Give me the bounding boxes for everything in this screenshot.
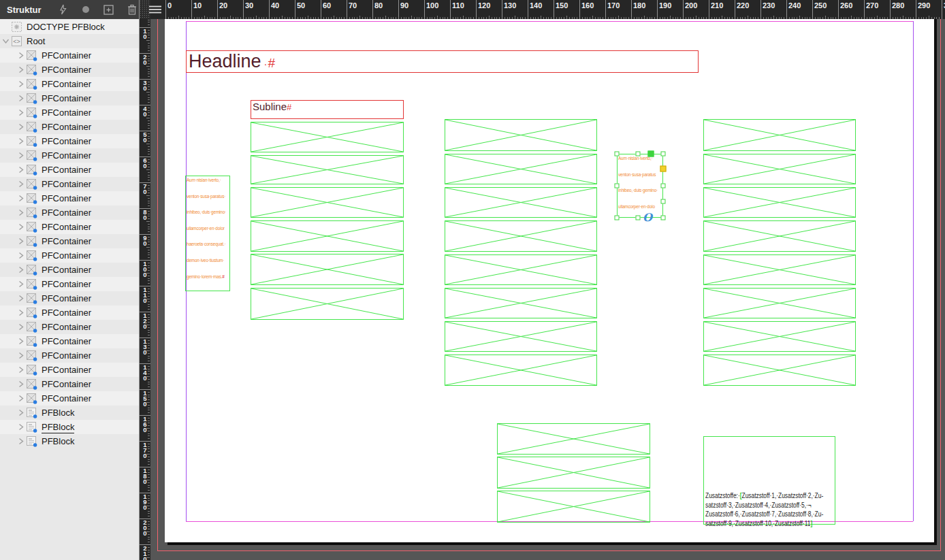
chevron-right-icon[interactable] (16, 437, 25, 446)
tree-item-pfcontainer[interactable]: PFContainer (0, 320, 139, 334)
placeholder-frame[interactable] (251, 288, 404, 320)
tree-item-pfcontainer[interactable]: PFContainer (0, 306, 139, 320)
tree-item-root[interactable]: <>Root (0, 34, 139, 48)
tree-item-pfcontainer[interactable]: PFContainer (0, 234, 139, 248)
tree-item-pfcontainer[interactable]: PFContainer (0, 177, 139, 191)
chevron-right-icon[interactable] (16, 51, 25, 60)
tree-item-pfcontainer[interactable]: PFContainer (0, 377, 139, 391)
placeholder-frame[interactable] (497, 423, 650, 455)
headline-frame[interactable]: Headline·# (186, 50, 699, 73)
tree-item-pfcontainer[interactable]: PFContainer (0, 363, 139, 377)
tree-item-pfcontainer[interactable]: PFContainer (0, 77, 139, 91)
selection-handle[interactable] (661, 199, 666, 204)
tree-item-pfcontainer[interactable]: PFContainer (0, 191, 139, 205)
chevron-right-icon[interactable] (16, 237, 25, 246)
chevron-right-icon[interactable] (16, 308, 25, 317)
chevron-right-icon[interactable] (16, 394, 25, 403)
chevron-right-icon[interactable] (16, 351, 25, 360)
record-icon[interactable] (80, 3, 92, 16)
chevron-right-icon[interactable] (16, 94, 25, 103)
tree-item-pfcontainer[interactable]: PFContainer (0, 120, 139, 134)
selection-handle[interactable] (615, 184, 620, 188)
chevron-right-icon[interactable] (16, 137, 25, 146)
placeholder-frame[interactable] (703, 154, 856, 184)
tree-item-pfblock[interactable]: PFBlock (0, 406, 139, 420)
chevron-right-icon[interactable] (16, 165, 25, 174)
placeholder-frame[interactable] (497, 457, 650, 489)
chevron-right-icon[interactable] (16, 180, 25, 188)
placeholder-frame[interactable] (251, 254, 404, 285)
placeholder-frame[interactable] (703, 220, 856, 252)
selection-handle[interactable] (661, 152, 666, 157)
chevron-down-icon[interactable] (1, 37, 10, 46)
add-icon[interactable] (103, 3, 115, 16)
placeholder-frame[interactable] (445, 220, 597, 252)
chevron-right-icon[interactable] (16, 194, 25, 203)
tree-item-pfcontainer[interactable]: PFContainer (0, 134, 139, 148)
chevron-right-icon[interactable] (16, 337, 25, 346)
chevron-right-icon[interactable] (16, 323, 25, 331)
tree-item-doctype-pfblock[interactable]: DOCTYPE PFBlock (0, 20, 139, 34)
tree-item-pfcontainer[interactable]: PFContainer (0, 48, 139, 63)
tree-item-pfcontainer[interactable]: PFContainer (0, 220, 139, 234)
placeholder-frame[interactable] (703, 254, 856, 285)
subline-frame[interactable]: Subline# (251, 100, 404, 119)
trash-icon[interactable] (126, 3, 138, 16)
placeholder-frame[interactable] (445, 154, 597, 184)
chevron-right-icon[interactable] (16, 122, 25, 131)
tree-item-pfblock[interactable]: PFBlock (0, 420, 139, 434)
placeholder-frame[interactable] (251, 122, 404, 152)
tree-item-pfcontainer[interactable]: PFContainer (0, 91, 139, 105)
tree-item-pfblock[interactable]: PFBlock (0, 434, 139, 448)
tree-item-pfcontainer[interactable]: PFContainer (0, 291, 139, 306)
horizontal-ruler[interactable]: 0102030405060708090100110120130140150160… (150, 0, 945, 19)
overset-badge-icon[interactable]: O (643, 211, 652, 224)
chevron-right-icon[interactable] (16, 380, 25, 389)
placeholder-frame[interactable] (703, 321, 856, 352)
chevron-right-icon[interactable] (16, 365, 25, 374)
tree-item-pfcontainer[interactable]: PFContainer (0, 205, 139, 220)
placeholder-frame[interactable] (703, 119, 856, 151)
chevron-right-icon[interactable] (16, 208, 25, 217)
selection-handle[interactable] (636, 152, 641, 157)
tree-item-pfcontainer[interactable]: PFContainer (0, 248, 139, 263)
tree-item-pfcontainer[interactable]: PFContainer (0, 163, 139, 177)
vertical-ruler[interactable]: 1 02 03 04 05 06 07 08 09 01 0 01 1 01 2… (140, 19, 150, 560)
chevron-right-icon[interactable] (16, 280, 25, 289)
tree-item-pfcontainer[interactable]: PFContainer (0, 263, 139, 277)
lightning-icon[interactable] (57, 3, 69, 16)
selection-handle[interactable] (661, 216, 666, 220)
chevron-right-icon[interactable] (16, 223, 25, 231)
chevron-right-icon[interactable] (16, 65, 25, 74)
placeholder-frame[interactable] (497, 491, 650, 523)
selected-frame[interactable]: Aum·nislan·iverto,·venton·susa·paratusin… (617, 154, 663, 218)
tree-item-pfcontainer[interactable]: PFContainer (0, 348, 139, 363)
ingredients-frame[interactable]: Zusatzstoffe:·[Zusatzstoff·1,·Zusatzstof… (703, 436, 835, 525)
tree-item-pfcontainer[interactable]: PFContainer (0, 334, 139, 348)
selection-handle[interactable] (615, 152, 620, 157)
chevron-right-icon[interactable] (16, 294, 25, 303)
placeholder-frame[interactable] (703, 288, 856, 318)
placeholder-frame[interactable] (445, 288, 597, 318)
active-handle[interactable] (648, 151, 654, 157)
tree-item-pfcontainer[interactable]: PFContainer (0, 148, 139, 163)
tree-item-pfcontainer[interactable]: PFContainer (0, 63, 139, 77)
tree-item-pfcontainer[interactable]: PFContainer (0, 391, 139, 406)
selection-handle[interactable] (636, 216, 641, 220)
placeholder-frame[interactable] (445, 355, 597, 386)
placeholder-frame[interactable] (445, 187, 597, 218)
chevron-right-icon[interactable] (16, 108, 25, 117)
chevron-right-icon[interactable] (16, 80, 25, 88)
chevron-right-icon[interactable] (16, 423, 25, 431)
selection-handle[interactable] (661, 184, 666, 188)
placeholder-frame[interactable] (251, 155, 404, 184)
placeholder-frame[interactable] (251, 187, 404, 218)
placeholder-frame[interactable] (703, 355, 856, 386)
chevron-right-icon[interactable] (16, 251, 25, 260)
chevron-right-icon[interactable] (16, 265, 25, 274)
menu-icon[interactable] (149, 3, 161, 16)
placeholder-frame[interactable] (445, 321, 597, 352)
chevron-right-icon[interactable] (16, 408, 25, 417)
placeholder-frame[interactable] (703, 187, 856, 218)
selection-handle[interactable] (615, 216, 620, 220)
